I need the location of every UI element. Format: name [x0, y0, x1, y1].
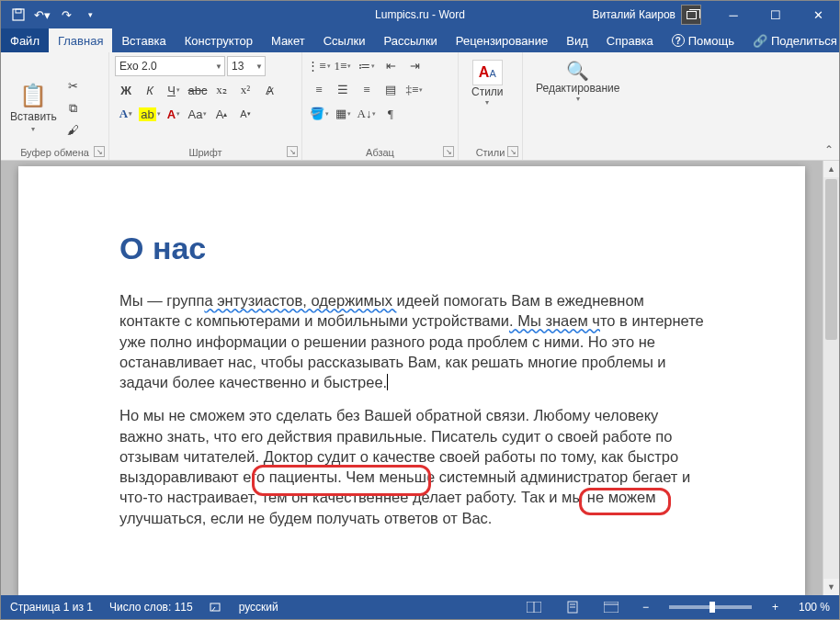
share-icon: 🔗 — [753, 34, 767, 48]
group-label: Абзац — [302, 147, 458, 158]
status-proofing[interactable] — [210, 601, 222, 614]
user-name: Виталий Каиров — [592, 8, 675, 21]
tab-help[interactable]: Справка — [597, 28, 663, 52]
styles-icon: AA — [472, 60, 503, 85]
tab-insert[interactable]: Вставка — [112, 28, 175, 52]
zoom-level[interactable]: 100 % — [799, 601, 830, 614]
zoom-in-button[interactable]: + — [768, 601, 782, 614]
styles-launcher[interactable]: ↘ — [507, 146, 518, 157]
tab-home[interactable]: Главная — [49, 28, 112, 52]
grow-font-button[interactable]: A▴ — [210, 104, 233, 124]
superscript-button[interactable]: x² — [234, 80, 256, 100]
font-size-value: 13 — [232, 60, 244, 73]
align-right-button[interactable]: ≡ — [356, 80, 378, 100]
title-bar: ↶▾ ↷ ▾ Lumpics.ru - Word Виталий Каиров … — [1, 1, 839, 28]
line-spacing-button[interactable]: ‡≡ — [403, 80, 426, 100]
zoom-slider[interactable] — [669, 605, 752, 609]
font-launcher[interactable]: ↘ — [287, 146, 298, 157]
clipboard-launcher[interactable]: ↘ — [94, 146, 105, 157]
page[interactable]: О нас Мы — группа энтузиастов, одержимых… — [18, 166, 805, 595]
paste-button[interactable]: 📋 Вставить ▾ — [6, 56, 61, 160]
tab-mailings[interactable]: Рассылки — [374, 28, 446, 52]
status-word-count[interactable]: Число слов: 115 — [109, 601, 193, 614]
align-center-button[interactable]: ☰ — [332, 80, 354, 100]
svg-rect-1 — [16, 9, 21, 13]
decrease-indent-button[interactable]: ⇤ — [380, 56, 402, 76]
document-area: О нас Мы — группа энтузиастов, одержимых… — [1, 161, 839, 595]
tab-references[interactable]: Ссылки — [314, 28, 375, 52]
sort-button[interactable]: A↓ — [356, 104, 378, 124]
clipboard-icon: 📋 — [19, 83, 47, 108]
font-color-button[interactable]: A — [163, 104, 185, 124]
highlight-button[interactable]: ab — [139, 104, 161, 124]
shrink-font-button[interactable]: A▾ — [234, 104, 256, 124]
font-name-combo[interactable]: Exo 2.0▼ — [115, 56, 225, 76]
paragraph-2: Но мы не сможем это сделать без Вашей об… — [119, 405, 704, 528]
group-styles: AA Стили ▾ Стили ↘ — [459, 52, 523, 160]
subscript-button[interactable]: x₂ — [210, 80, 233, 100]
autosave-icon[interactable] — [12, 8, 25, 21]
clear-format-button[interactable]: A̷ — [258, 80, 280, 100]
minimize-button[interactable]: ─ — [712, 1, 755, 28]
help-icon: ? — [672, 34, 685, 47]
status-page[interactable]: Страница 1 из 1 — [10, 601, 93, 614]
maximize-button[interactable]: ☐ — [755, 1, 797, 28]
redo-icon[interactable]: ↷ — [60, 8, 73, 21]
paragraph-launcher[interactable]: ↘ — [443, 146, 454, 157]
bold-button[interactable]: Ж — [115, 80, 137, 100]
close-button[interactable]: ✕ — [797, 1, 839, 28]
scroll-down-button[interactable]: ▼ — [823, 579, 839, 595]
italic-button[interactable]: К — [139, 80, 161, 100]
vertical-scrollbar[interactable]: ▲ ▼ — [823, 161, 839, 595]
paragraph-1: Мы — группа энтузиастов, одержимых идеей… — [119, 290, 704, 392]
view-print-layout[interactable] — [562, 598, 584, 616]
view-read-mode[interactable] — [523, 598, 545, 616]
font-size-combo[interactable]: 13▼ — [227, 56, 266, 76]
zoom-thumb[interactable] — [709, 602, 715, 613]
increase-indent-button[interactable]: ⇥ — [403, 56, 426, 76]
shading-button[interactable]: 🪣 — [308, 104, 330, 124]
copy-button[interactable]: ⧉ — [64, 100, 83, 117]
editing-button[interactable]: 🔍 Редактирование ▾ — [528, 56, 627, 160]
multilevel-button[interactable]: ≔ — [356, 56, 378, 76]
scroll-track[interactable] — [823, 177, 839, 579]
group-label: Шрифт — [109, 147, 301, 158]
tab-layout[interactable]: Макет — [262, 28, 314, 52]
share-button[interactable]: 🔗Поделиться — [744, 28, 840, 52]
tab-design[interactable]: Конструктор — [176, 28, 262, 52]
help-button[interactable]: ?Помощь — [663, 28, 744, 52]
status-language[interactable]: русский — [239, 601, 278, 614]
window-title: Lumpics.ru - Word — [375, 8, 465, 21]
justify-button[interactable]: ▤ — [380, 80, 402, 100]
zoom-out-button[interactable]: − — [639, 601, 653, 614]
undo-icon[interactable]: ↶▾ — [36, 8, 49, 21]
collapse-ribbon-button[interactable]: ⌃ — [824, 143, 834, 156]
tab-review[interactable]: Рецензирование — [447, 28, 557, 52]
numbering-button[interactable]: 1≡ — [332, 56, 354, 76]
customize-qat-icon[interactable]: ▾ — [84, 8, 96, 21]
tab-view[interactable]: Вид — [557, 28, 597, 52]
align-left-button[interactable]: ≡ — [308, 80, 330, 100]
tab-file[interactable]: Файл — [1, 28, 49, 52]
font-name-value: Exo 2.0 — [119, 60, 157, 73]
scroll-up-button[interactable]: ▲ — [823, 161, 839, 177]
ribbon-options-icon[interactable] — [670, 1, 712, 28]
styles-label: Стили — [471, 85, 504, 98]
scroll-thumb[interactable] — [825, 179, 837, 340]
ribbon-tabs: Файл Главная Вставка Конструктор Макет С… — [1, 28, 839, 52]
view-web-layout[interactable] — [600, 598, 622, 616]
cut-button[interactable]: ✂ — [64, 78, 83, 95]
format-painter-button[interactable]: 🖌 — [64, 122, 83, 139]
search-icon: 🔍 — [566, 60, 589, 82]
group-font: Exo 2.0▼ 13▼ Ж К Ч abc x₂ x² A̷ A ab A A… — [109, 52, 302, 160]
text-effects-button[interactable]: A — [115, 104, 137, 124]
strike-button[interactable]: abc — [187, 80, 209, 100]
ribbon: 📋 Вставить ▾ ✂ ⧉ 🖌 Буфер обмена ↘ Exo 2.… — [1, 52, 839, 161]
styles-button[interactable]: AA Стили ▾ — [464, 56, 511, 160]
show-marks-button[interactable]: ¶ — [380, 104, 402, 124]
bullets-button[interactable]: ⋮≡ — [308, 56, 330, 76]
borders-button[interactable]: ▦ — [332, 104, 354, 124]
underline-button[interactable]: Ч — [163, 80, 185, 100]
group-clipboard: 📋 Вставить ▾ ✂ ⧉ 🖌 Буфер обмена ↘ — [1, 52, 109, 160]
change-case-button[interactable]: Aa — [187, 104, 209, 124]
